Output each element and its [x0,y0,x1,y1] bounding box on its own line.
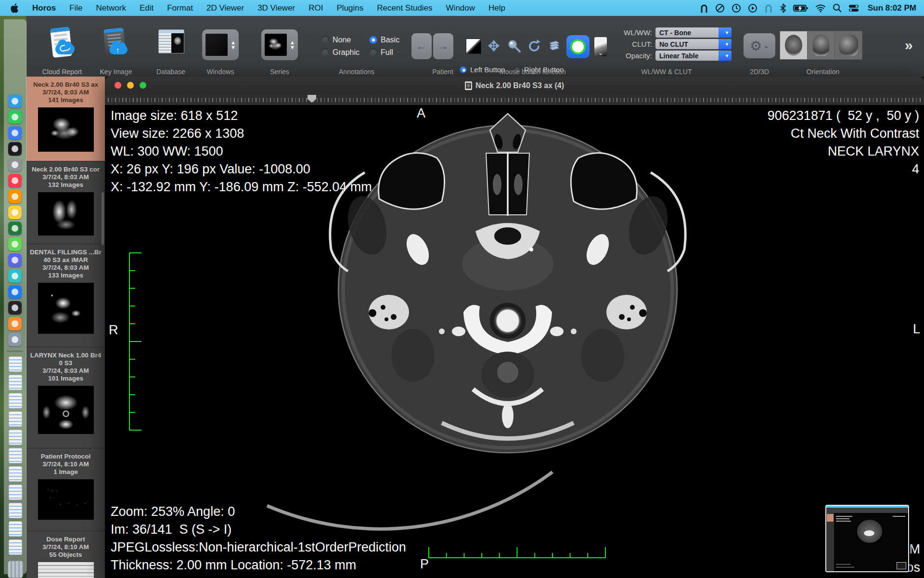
menu-item-3d-viewer[interactable]: 3D Viewer [257,3,295,13]
menu-item-window[interactable]: Window [446,3,475,13]
prohibit-icon[interactable] [715,3,725,13]
window-title-bar[interactable]: Neck 2.00 Br40 S3 ax (4) [105,77,924,95]
oval-roi-icon [570,39,586,54]
dock-app-icon[interactable] [8,222,22,235]
pan-move-icon[interactable]: ✥ [486,38,502,54]
dock-app-icon[interactable] [8,237,22,251]
dock-file-icon[interactable] [9,448,22,463]
zoom-button[interactable] [140,82,146,89]
annotations-basic-radio[interactable] [369,36,377,44]
menu-item-horos[interactable]: Horos [32,3,56,13]
annotations-full-radio[interactable] [369,48,377,56]
roi-oval-tool-selected[interactable] [566,35,590,58]
dock-app-icon[interactable] [8,333,22,346]
menu-item-2d-viewer[interactable]: 2D Viewer [206,3,244,13]
close-button[interactable] [115,82,121,89]
series-list-item[interactable]: Patient Protocol3/7/24, 8:10 AM1 Image [26,448,105,531]
previous-patient-button[interactable]: ← [411,33,432,59]
menu-item-help[interactable]: Help [488,3,505,13]
menu-item-file[interactable]: File [69,3,82,13]
vertical-scale-ruler [129,253,141,430]
series-date: 3/7/24, 8:10 AM [26,543,105,551]
image-scrubber[interactable] [105,94,924,105]
cloud-report-button[interactable] [45,26,79,61]
play-circle-icon[interactable] [748,3,757,13]
dock-app-icon[interactable] [8,269,22,283]
dock-file-icon[interactable] [9,521,22,537]
dock-app-icon[interactable] [8,142,22,156]
dock-file-icon[interactable] [9,430,22,445]
dock-app-icon[interactable] [8,253,22,267]
dock-app-icon[interactable] [8,110,22,124]
toolbar-label: Annotations [339,68,374,76]
arch-faded-icon[interactable] [764,3,773,13]
dock-file-icon[interactable] [9,466,22,482]
toolbar-label: Mouse button function [500,68,566,76]
dock-app-icon[interactable] [8,301,22,315]
series-stepper[interactable]: ▲▼ [261,29,298,60]
series-list-item[interactable]: LARYNX Neck 1.00 Br40 S33/7/24, 8:03 AM1… [26,347,105,448]
series-list-item[interactable]: Neck 2.00 Br40 S3 ax3/7/24, 8:03 AM141 I… [26,77,105,161]
rotate-icon[interactable] [526,38,542,54]
2d3d-gear-button[interactable]: ⚙⌄ [744,33,775,58]
dock-file-icon[interactable] [9,356,22,372]
dock-file-icon[interactable] [9,503,22,518]
series-list-item[interactable]: DENTAL FILLINGS ...Br40 S3 ax iMAR3/7/24… [26,244,105,347]
zoom-magnifier-icon[interactable] [506,38,522,54]
menu-item-format[interactable]: Format [167,3,193,13]
toolbar-overflow-chevron[interactable]: » [905,37,913,53]
left-button-radio[interactable] [460,66,467,73]
dock-file-icon[interactable] [9,539,22,555]
dock-file-icon[interactable] [9,411,22,427]
dock-app-icon[interactable] [8,285,22,299]
dock-app-icon[interactable] [8,174,22,187]
orientation-sagittal-button[interactable] [835,31,862,59]
control-center-icon[interactable] [848,4,859,12]
database-window-icon [158,29,184,53]
clut-popup[interactable]: No CLUT▾ [655,39,732,49]
orientation-axial-button[interactable] [780,31,808,59]
dock-file-icon[interactable] [9,393,22,408]
dock-app-icon[interactable] [8,190,22,203]
dock-trash-icon[interactable] [8,561,23,578]
time-machine-icon[interactable] [732,3,741,13]
battery-charging-icon[interactable] [793,3,808,13]
dock-app-icon[interactable] [8,317,22,330]
ct-image-viewport[interactable]: Image size: 618 x 512View size: 2266 x 1… [105,105,924,577]
minimize-button[interactable] [127,82,134,89]
dock-app-icon[interactable] [8,126,22,140]
next-patient-button[interactable]: → [433,33,453,59]
dock-file-icon[interactable] [9,375,22,390]
menu-item-roi[interactable]: ROI [308,3,323,13]
apple-menu-icon[interactable] [11,3,19,13]
annotations-none-radio[interactable] [321,36,329,44]
wifi-icon[interactable] [815,4,826,13]
series-list-item[interactable]: Dose Report3/7/24, 8:10 AM55 Objects [26,531,105,578]
opacity-popup[interactable]: Linear Table▾ [655,51,732,61]
dock-app-icon[interactable] [8,158,22,171]
screenshot-preview-thumbnail[interactable] [825,505,909,572]
dock-app-icon[interactable] [8,94,22,108]
toolbar-label: Orientation [807,68,839,76]
menu-item-recent-studies[interactable]: Recent Studies [377,3,432,13]
dock-app-icon[interactable] [8,206,22,219]
cloud-icon [55,44,75,54]
wlww-popup[interactable]: CT - Bone▾ [655,27,732,38]
menu-item-network[interactable]: Network [96,3,126,13]
orientation-coronal-button[interactable] [808,31,835,59]
toolbar-label: Cloud Report [42,68,82,76]
wlww-contrast-icon[interactable] [465,38,482,54]
series-list-item[interactable]: Neck 2.00 Br40 S3 cor3/7/24, 8:03 AM132 … [26,161,105,244]
stack-scroll-icon[interactable] [546,38,563,54]
sidebar-scrollbar[interactable] [102,192,104,245]
menu-clock[interactable]: Sun 8:02 PM [868,3,916,13]
menu-item-edit[interactable]: Edit [140,3,154,13]
bluetooth-icon[interactable] [780,3,786,13]
menu-item-plugins[interactable]: Plugins [337,3,364,13]
key-image-button[interactable]: ↑ [99,26,133,61]
dock-file-icon[interactable] [9,485,22,500]
windows-stepper[interactable]: ▲▼ [202,29,239,60]
spotlight-search-icon[interactable] [833,3,842,13]
arch-icon[interactable] [700,3,708,13]
annotations-graphic-radio[interactable] [321,48,329,56]
